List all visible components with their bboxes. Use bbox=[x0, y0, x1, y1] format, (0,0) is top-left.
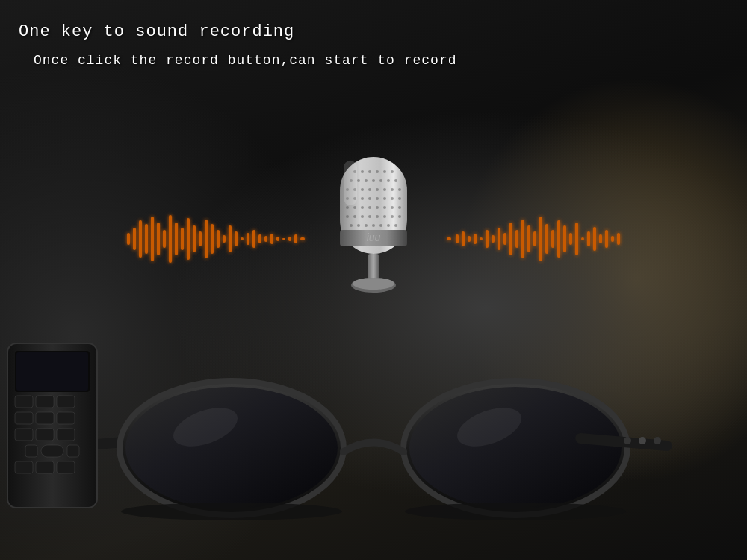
svg-point-91 bbox=[361, 206, 364, 209]
svg-point-101 bbox=[376, 215, 379, 218]
svg-rect-45 bbox=[539, 217, 542, 261]
svg-point-67 bbox=[357, 179, 360, 182]
svg-point-103 bbox=[391, 215, 394, 218]
svg-text:iuu: iuu bbox=[367, 231, 381, 243]
svg-rect-0 bbox=[127, 233, 130, 245]
svg-point-133 bbox=[639, 437, 646, 444]
svg-point-95 bbox=[391, 206, 394, 209]
svg-point-97 bbox=[346, 215, 349, 218]
svg-point-136 bbox=[405, 503, 626, 520]
svg-rect-29 bbox=[300, 237, 305, 240]
subline: Once click the record button,can start t… bbox=[34, 53, 456, 68]
svg-rect-139 bbox=[36, 396, 54, 408]
svg-point-100 bbox=[368, 215, 371, 218]
svg-point-93 bbox=[376, 206, 379, 209]
svg-rect-52 bbox=[581, 237, 584, 240]
svg-rect-8 bbox=[175, 223, 178, 255]
svg-point-61 bbox=[361, 170, 364, 173]
svg-point-65 bbox=[391, 170, 394, 173]
svg-point-80 bbox=[398, 188, 401, 191]
svg-rect-120 bbox=[344, 161, 357, 205]
svg-point-75 bbox=[361, 188, 364, 191]
svg-point-72 bbox=[394, 179, 397, 182]
svg-rect-154 bbox=[16, 352, 88, 391]
svg-rect-43 bbox=[527, 225, 530, 252]
svg-rect-142 bbox=[36, 412, 54, 424]
svg-point-129 bbox=[409, 387, 622, 509]
svg-point-84 bbox=[368, 197, 371, 200]
svg-point-104 bbox=[398, 215, 401, 218]
svg-rect-31 bbox=[456, 234, 459, 243]
svg-point-62 bbox=[368, 170, 371, 173]
svg-rect-57 bbox=[611, 236, 614, 242]
svg-point-132 bbox=[624, 437, 631, 444]
svg-point-70 bbox=[379, 179, 382, 182]
svg-point-90 bbox=[353, 206, 356, 209]
svg-point-76 bbox=[368, 188, 371, 191]
svg-point-102 bbox=[383, 215, 386, 218]
svg-point-69 bbox=[372, 179, 375, 182]
svg-rect-42 bbox=[521, 220, 524, 258]
svg-rect-47 bbox=[551, 230, 554, 248]
svg-point-99 bbox=[361, 215, 364, 218]
svg-rect-51 bbox=[575, 223, 578, 255]
svg-rect-56 bbox=[605, 230, 608, 248]
svg-point-109 bbox=[379, 224, 382, 227]
microphone-container: iuu bbox=[321, 142, 426, 306]
svg-rect-21 bbox=[252, 230, 255, 248]
svg-point-94 bbox=[383, 206, 386, 209]
svg-point-92 bbox=[368, 206, 371, 209]
svg-rect-27 bbox=[288, 237, 291, 241]
microphone-svg: iuu bbox=[321, 142, 426, 306]
svg-rect-58 bbox=[617, 233, 620, 245]
svg-point-79 bbox=[391, 188, 394, 191]
svg-rect-140 bbox=[57, 396, 75, 408]
svg-rect-138 bbox=[15, 396, 33, 408]
svg-rect-15 bbox=[217, 230, 220, 248]
svg-rect-11 bbox=[193, 225, 196, 252]
svg-rect-53 bbox=[587, 231, 590, 246]
svg-rect-38 bbox=[498, 228, 500, 250]
svg-point-96 bbox=[398, 206, 401, 209]
svg-rect-17 bbox=[229, 225, 232, 252]
svg-point-134 bbox=[654, 437, 661, 444]
svg-point-135 bbox=[121, 503, 342, 520]
svg-rect-3 bbox=[145, 224, 148, 254]
svg-rect-152 bbox=[57, 461, 75, 473]
svg-point-85 bbox=[376, 197, 379, 200]
svg-point-126 bbox=[125, 387, 338, 509]
svg-rect-33 bbox=[468, 236, 471, 242]
svg-rect-150 bbox=[15, 461, 33, 473]
svg-point-87 bbox=[391, 197, 394, 200]
text-block: One key to sound recording Once click th… bbox=[19, 22, 456, 68]
svg-point-107 bbox=[365, 224, 368, 227]
svg-rect-37 bbox=[492, 235, 495, 243]
svg-rect-49 bbox=[563, 225, 566, 252]
svg-rect-35 bbox=[480, 237, 483, 240]
svg-rect-46 bbox=[545, 224, 548, 254]
svg-rect-19 bbox=[241, 237, 244, 240]
svg-point-105 bbox=[350, 224, 353, 227]
svg-rect-143 bbox=[57, 412, 75, 424]
svg-rect-41 bbox=[515, 230, 518, 248]
svg-rect-148 bbox=[41, 445, 63, 457]
svg-point-88 bbox=[398, 197, 401, 200]
svg-rect-18 bbox=[235, 231, 238, 246]
svg-point-71 bbox=[387, 179, 390, 182]
svg-rect-44 bbox=[533, 231, 536, 246]
svg-rect-1 bbox=[133, 228, 136, 250]
svg-rect-145 bbox=[36, 429, 54, 441]
svg-rect-13 bbox=[205, 220, 208, 258]
svg-point-64 bbox=[383, 170, 386, 173]
svg-point-98 bbox=[353, 215, 356, 218]
phone-device bbox=[0, 336, 120, 515]
svg-rect-24 bbox=[270, 234, 273, 244]
svg-rect-40 bbox=[509, 223, 512, 255]
svg-rect-6 bbox=[163, 230, 166, 248]
svg-rect-28 bbox=[294, 234, 297, 243]
svg-point-108 bbox=[372, 224, 375, 227]
svg-rect-5 bbox=[157, 223, 160, 255]
svg-rect-12 bbox=[199, 231, 202, 246]
svg-rect-55 bbox=[599, 234, 602, 243]
svg-rect-22 bbox=[258, 234, 261, 243]
